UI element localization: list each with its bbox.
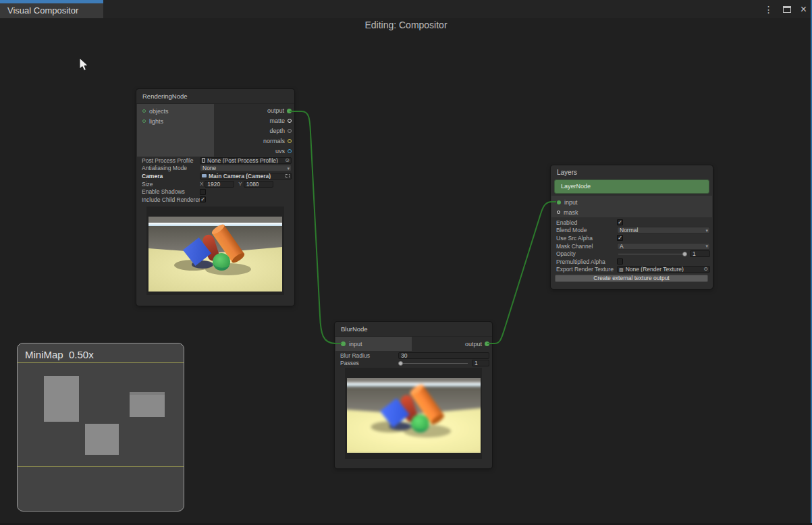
output-port-depth[interactable] bbox=[288, 129, 292, 133]
close-icon[interactable]: × bbox=[801, 4, 807, 15]
prop-row-opacity: Opacity 1 bbox=[551, 250, 713, 258]
prop-row-export-render-texture: Export Render Texture ▨ None (Render Tex… bbox=[551, 266, 713, 274]
rendering-node-title: RenderingNode bbox=[136, 89, 294, 104]
minimap-node-rendering bbox=[44, 376, 79, 422]
mouse-cursor-icon bbox=[78, 57, 91, 74]
mask-channel-dropdown[interactable]: A ▾ bbox=[617, 243, 710, 250]
blur-radius-field[interactable]: 30 bbox=[398, 352, 489, 359]
dropdown-value: A bbox=[620, 243, 624, 250]
port-label-output: output bbox=[267, 107, 284, 114]
prop-label: Use Src Alpha bbox=[556, 235, 617, 242]
minimap-panel[interactable]: MiniMap 0.50x bbox=[17, 343, 184, 512]
slider-knob[interactable] bbox=[398, 361, 403, 366]
blend-mode-dropdown[interactable]: Normal ▾ bbox=[617, 227, 710, 233]
wire-blur-to-layers[interactable] bbox=[487, 202, 556, 343]
output-port-uvs[interactable] bbox=[288, 149, 292, 153]
prop-row-premultiplied-alpha: Premultiplied Alpha bbox=[551, 258, 713, 266]
prop-row-mask-channel: Mask Channel A ▾ bbox=[551, 242, 713, 250]
enable-shadows-checkbox[interactable] bbox=[200, 189, 206, 195]
blur-preview-frame bbox=[345, 368, 482, 459]
maximize-icon[interactable] bbox=[783, 6, 791, 13]
object-picker-icon[interactable]: ⊙ bbox=[285, 158, 290, 163]
prop-row-blend-mode: Blend Mode Normal ▾ bbox=[551, 227, 713, 235]
size-y-field[interactable]: 1080 bbox=[244, 181, 273, 188]
port-row-objects: objects bbox=[137, 106, 214, 116]
prop-label: Export Render Texture bbox=[556, 266, 617, 273]
port-label-depth: depth bbox=[269, 128, 285, 134]
layers-node[interactable]: Layers LayerNode input mask Enabled ✓ Bl… bbox=[551, 165, 713, 289]
object-picker-icon[interactable]: ⊙ bbox=[703, 267, 708, 272]
port-row-normals: normals bbox=[217, 136, 292, 146]
port-label-matte: matte bbox=[269, 117, 285, 124]
blur-node[interactable]: BlurNode input output Blur Radius 30 bbox=[335, 322, 492, 468]
tab-active-accent bbox=[0, 0, 103, 3]
window-titlebar: Visual Compositor ⋮ × bbox=[0, 0, 812, 18]
texture-icon: ▨ bbox=[619, 267, 624, 272]
passes-value-field[interactable]: 1 bbox=[472, 360, 489, 366]
port-label-objects: objects bbox=[149, 108, 169, 115]
chevron-down-icon: ▾ bbox=[287, 166, 290, 171]
prop-label: Premultiplied Alpha bbox=[556, 258, 617, 265]
output-port-normals[interactable] bbox=[288, 139, 292, 143]
prop-label: Enabled bbox=[556, 219, 617, 226]
prop-label: Antialiasing Mode bbox=[142, 165, 200, 171]
editing-breadcrumb: Editing: Compositor bbox=[0, 20, 812, 30]
output-port-matte[interactable] bbox=[288, 119, 292, 123]
rendering-preview-frame bbox=[146, 206, 284, 295]
prop-row-antialiasing-mode: Antialiasing Mode None ▾ bbox=[136, 165, 294, 173]
size-x-field[interactable]: 1920 bbox=[205, 181, 234, 188]
opacity-value-field[interactable]: 1 bbox=[690, 250, 710, 257]
port-row-lights: lights bbox=[137, 116, 214, 126]
input-port-mask[interactable] bbox=[557, 211, 560, 214]
camera-field[interactable]: Main Camera (Camera) bbox=[200, 173, 292, 179]
prop-label: Mask Channel bbox=[556, 243, 617, 250]
prop-label: Size bbox=[142, 181, 200, 188]
input-port-layer[interactable] bbox=[557, 200, 561, 204]
port-row-layer-input: input bbox=[551, 197, 712, 207]
prop-row-passes: Passes 1 bbox=[335, 360, 492, 368]
output-port-output[interactable] bbox=[287, 109, 292, 113]
window-menu-icon[interactable]: ⋮ bbox=[764, 5, 774, 14]
prop-row-use-src-alpha: Use Src Alpha ✓ bbox=[551, 234, 713, 242]
wire-rendering-to-blur[interactable] bbox=[290, 111, 342, 343]
prop-label: Post Process Profile bbox=[142, 157, 200, 164]
size-y-label: Y bbox=[238, 181, 242, 187]
field-value: None (Render Texture) bbox=[626, 266, 684, 273]
scene-picker-icon[interactable] bbox=[286, 174, 290, 178]
slider-knob[interactable] bbox=[682, 252, 687, 256]
rendering-inputs-box: objects lights bbox=[137, 104, 214, 157]
input-port-blur[interactable] bbox=[341, 341, 346, 346]
layer-item-layernode[interactable]: LayerNode bbox=[554, 179, 709, 194]
tab-visual-compositor[interactable]: Visual Compositor bbox=[0, 0, 103, 18]
export-render-texture-field[interactable]: ▨ None (Render Texture) ⊙ bbox=[617, 266, 710, 273]
passes-slider[interactable] bbox=[398, 360, 469, 366]
post-process-profile-field[interactable]: None (Post Process Profile) ⊙ bbox=[200, 157, 292, 164]
size-x-label: X bbox=[200, 181, 203, 187]
blur-preview-image bbox=[347, 378, 481, 453]
slider-track bbox=[618, 254, 686, 255]
port-row-blur-output: output bbox=[416, 337, 489, 351]
premultiplied-alpha-checkbox[interactable] bbox=[617, 258, 623, 265]
use-src-alpha-checkbox[interactable]: ✓ bbox=[617, 235, 623, 241]
input-port-objects[interactable] bbox=[142, 109, 146, 113]
rendering-node[interactable]: RenderingNode objects lights output m bbox=[136, 89, 294, 306]
port-row-layer-mask: mask bbox=[551, 207, 712, 217]
minimap-viewport-line-bottom bbox=[18, 466, 184, 467]
dropdown-value: None bbox=[202, 165, 216, 171]
render-preview-image bbox=[148, 217, 282, 292]
output-port-blur[interactable] bbox=[485, 341, 489, 346]
blur-inputs-box: input bbox=[335, 337, 412, 351]
prop-row-include-child-renderers: Include Child Renderers ✓ bbox=[136, 196, 294, 204]
tab-label: Visual Compositor bbox=[7, 5, 78, 16]
antialiasing-mode-dropdown[interactable]: None ▾ bbox=[200, 165, 292, 171]
port-row-matte: matte bbox=[217, 116, 292, 126]
create-external-texture-output-button[interactable]: Create external texture output bbox=[555, 275, 708, 282]
input-port-lights[interactable] bbox=[142, 119, 146, 123]
blur-node-title: BlurNode bbox=[335, 322, 492, 337]
prop-label: Blend Mode bbox=[556, 227, 617, 233]
enabled-checkbox[interactable]: ✓ bbox=[617, 219, 623, 225]
include-child-renderers-checkbox[interactable]: ✓ bbox=[200, 196, 206, 202]
prop-label: Include Child Renderers bbox=[142, 196, 200, 203]
prop-label: Enable Shadows bbox=[142, 188, 200, 195]
opacity-slider[interactable] bbox=[617, 250, 687, 257]
